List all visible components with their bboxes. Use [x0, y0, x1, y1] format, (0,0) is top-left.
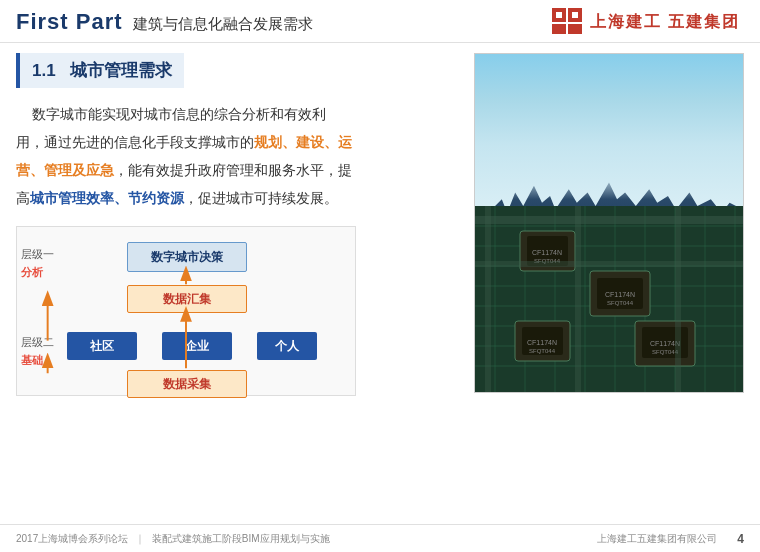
- footer-company: 上海建工五建集团有限公司: [597, 532, 717, 546]
- svg-text:CF1174N: CF1174N: [605, 291, 635, 298]
- box-community: 社区: [67, 332, 137, 360]
- svg-rect-5: [572, 12, 578, 18]
- circuit-board-layer: CF1174N SFQT044 CF1174N SFQT044 CF1174N …: [475, 206, 743, 392]
- body-text: 数字城市能实现对城市信息的综合分析和有效利 用，通过先进的信息化手段支撑城市的规…: [16, 100, 458, 212]
- box-data-collect: 数据采集: [127, 370, 247, 398]
- box-enterprise: 企业: [162, 332, 232, 360]
- svg-rect-46: [475, 216, 744, 224]
- svg-text:CF1174N: CF1174N: [532, 249, 562, 256]
- svg-rect-50: [675, 206, 681, 393]
- svg-rect-2: [552, 24, 566, 34]
- header-subtitle: 建筑与信息化融合发展需求: [133, 15, 313, 34]
- highlight-management: 营、管理及应急: [16, 162, 114, 178]
- city-circuit-image: CF1174N SFQT044 CF1174N SFQT044 CF1174N …: [474, 53, 744, 393]
- logo-text: 上海建工 五建集团: [590, 12, 740, 33]
- svg-rect-3: [568, 24, 582, 34]
- paragraph-1: 数字城市能实现对城市信息的综合分析和有效利: [16, 100, 458, 128]
- svg-text:SFQT044: SFQT044: [607, 300, 634, 306]
- section-title: 城市管理需求: [70, 61, 172, 80]
- circuit-svg: CF1174N SFQT044 CF1174N SFQT044 CF1174N …: [475, 206, 744, 393]
- footer-right: 上海建工五建集团有限公司 4: [597, 532, 744, 546]
- company-logo-icon: [552, 8, 584, 36]
- svg-rect-49: [575, 206, 581, 393]
- footer-left: 2017上海城博会系列论坛 ｜ 装配式建筑施工阶段BIM应用规划与实施: [16, 532, 330, 546]
- first-part-label: First Part: [16, 9, 123, 35]
- section-number: 1.1: [32, 61, 56, 80]
- header: First Part 建筑与信息化融合发展需求 上海建工 五建集团: [0, 0, 760, 43]
- svg-rect-4: [556, 12, 562, 18]
- footer-event: 2017上海城博会系列论坛: [16, 533, 128, 544]
- footer-divider: ｜: [135, 533, 145, 544]
- highlight-efficiency: 城市管理效率、节约资源: [30, 190, 184, 206]
- diagram: 层级一 分析 层级二 基础 数字城市决策 数据汇集 社区 企业 个人 数据采集: [16, 226, 356, 396]
- paragraph-4: 高城市管理效率、节约资源，促进城市可持续发展。: [16, 184, 458, 212]
- section-heading-text: 1.1 城市管理需求: [32, 61, 172, 80]
- svg-rect-47: [475, 261, 744, 267]
- box-data-hub: 数据汇集: [127, 285, 247, 313]
- foundation-label: 基础: [21, 353, 43, 368]
- svg-text:CF1174N: CF1174N: [527, 339, 557, 346]
- analysis-label: 分析: [21, 265, 43, 280]
- left-content: 1.1 城市管理需求 数字城市能实现对城市信息的综合分析和有效利 用，通过先进的…: [16, 43, 458, 517]
- right-image-panel: CF1174N SFQT044 CF1174N SFQT044 CF1174N …: [474, 43, 744, 517]
- footer-topic: 装配式建筑施工阶段BIM应用规划与实施: [152, 533, 330, 544]
- svg-text:SFQT044: SFQT044: [652, 349, 679, 355]
- paragraph-3: 营、管理及应急，能有效提升政府管理和服务水平，提: [16, 156, 458, 184]
- box-decision: 数字城市决策: [127, 242, 247, 272]
- paragraph-2: 用，通过先进的信息化手段支撑城市的规划、建设、运: [16, 128, 458, 156]
- main-content: 1.1 城市管理需求 数字城市能实现对城市信息的综合分析和有效利 用，通过先进的…: [0, 43, 760, 517]
- box-individual: 个人: [257, 332, 317, 360]
- svg-rect-48: [485, 206, 491, 393]
- logo-area: 上海建工 五建集团: [552, 8, 740, 36]
- footer-page-number: 4: [737, 532, 744, 546]
- svg-text:SFQT044: SFQT044: [529, 348, 556, 354]
- header-left: First Part 建筑与信息化融合发展需求: [16, 9, 313, 35]
- highlight-planning: 规划、建设、运: [254, 134, 352, 150]
- footer: 2017上海城博会系列论坛 ｜ 装配式建筑施工阶段BIM应用规划与实施 上海建工…: [0, 524, 760, 552]
- section-heading: 1.1 城市管理需求: [16, 53, 184, 88]
- level-two-label: 层级二: [21, 335, 54, 350]
- level-one-label: 层级一: [21, 247, 54, 262]
